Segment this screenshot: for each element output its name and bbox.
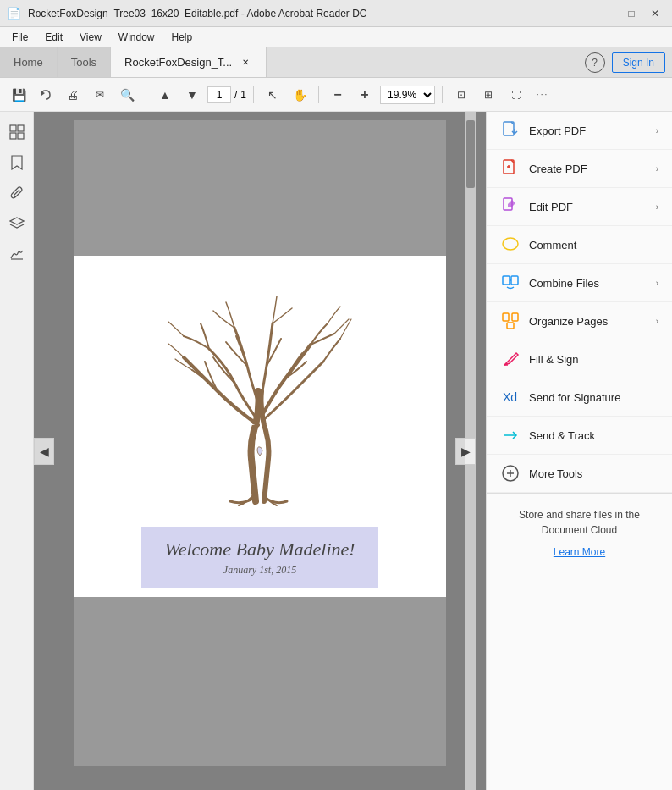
more-tools-icon (500, 463, 521, 483)
send-track-label: Send & Track (529, 429, 658, 442)
page-nav: / 1 (207, 86, 246, 103)
prev-page-button[interactable]: ▲ (153, 83, 177, 107)
tabbar: Home Tools RocketFoxDesign_T... ✕ ? Sign… (0, 47, 672, 78)
organize-pages-icon (500, 311, 521, 331)
hand-tool[interactable]: ✋ (288, 83, 311, 107)
save-button[interactable]: 💾 (7, 83, 30, 107)
left-sidebar (0, 112, 34, 790)
banner-title: Welcome Baby Madeline! (158, 539, 361, 561)
window-title: RocketFoxDesign_Tree03_16x20_Editable.pd… (28, 8, 366, 19)
right-panel: Export PDF › Create PDF › (486, 112, 672, 790)
edit-pdf-item[interactable]: Edit PDF › (487, 188, 672, 226)
menu-file[interactable]: File (3, 27, 36, 47)
maximize-button[interactable]: □ (621, 3, 642, 24)
minimize-button[interactable]: — (598, 3, 618, 24)
signature-tool[interactable] (3, 240, 30, 268)
organize-pages-item[interactable]: Organize Pages › (487, 302, 672, 340)
cursor-tool[interactable]: ↖ (261, 83, 284, 107)
print-button[interactable]: 🖨 (61, 83, 85, 107)
signin-button[interactable]: Sign In (612, 52, 665, 73)
svg-point-12 (503, 238, 518, 250)
close-button[interactable]: ✕ (645, 3, 665, 24)
learn-more-link[interactable]: Learn More (500, 544, 658, 560)
edit-pdf-label: Edit PDF (529, 201, 647, 213)
next-page-nav[interactable]: ▶ (455, 438, 476, 465)
zoom-select[interactable]: 19.9% 25% 50% 75% 100% (380, 86, 435, 104)
tab-close-button[interactable]: ✕ (239, 56, 252, 69)
next-page-button[interactable]: ▼ (180, 83, 204, 107)
undo-button[interactable] (34, 83, 58, 107)
separator-1 (146, 86, 146, 103)
svg-rect-14 (511, 276, 518, 285)
page-scroll[interactable]: Welcome Baby Madeline! January 1st, 2015 (34, 112, 486, 790)
separator-4 (442, 86, 443, 103)
pdf-page-content: Welcome Baby Madeline! January 1st, 2015 (74, 256, 446, 597)
zoom-in-button[interactable]: + (353, 83, 377, 107)
menu-help[interactable]: Help (163, 27, 201, 47)
banner-date: January 1st, 2015 (158, 564, 361, 577)
svg-rect-4 (18, 133, 24, 139)
more-tools-button[interactable]: ··· (531, 83, 554, 107)
combine-files-icon (500, 273, 521, 293)
combine-files-label: Combine Files (529, 277, 647, 290)
fullscreen-button[interactable]: ⛶ (504, 83, 527, 107)
export-pdf-icon (500, 120, 521, 141)
fill-sign-icon (500, 349, 521, 369)
create-pdf-icon (500, 158, 521, 179)
scrollbar-thumb[interactable] (466, 120, 475, 188)
svg-rect-17 (507, 323, 514, 329)
more-tools-item[interactable]: More Tools (487, 455, 672, 493)
more-tools-label: More Tools (529, 467, 658, 480)
pdf-viewer: ◀ ▶ (34, 112, 486, 790)
email-button[interactable]: ✉ (88, 83, 112, 107)
zoom-out-button[interactable]: − (326, 83, 350, 107)
organize-pages-chevron: › (656, 317, 658, 326)
create-pdf-label: Create PDF (529, 163, 647, 175)
combine-files-item[interactable]: Combine Files › (487, 264, 672, 302)
tab-home[interactable]: Home (0, 47, 58, 77)
organize-pages-label: Organize Pages (529, 315, 647, 328)
layers-tool[interactable] (3, 210, 30, 237)
edit-pdf-icon (500, 196, 521, 217)
export-pdf-chevron: › (656, 126, 658, 135)
tree-illustration (82, 264, 438, 518)
main-area: ◀ ▶ (0, 112, 672, 790)
menu-edit[interactable]: Edit (36, 27, 71, 47)
svg-rect-15 (503, 313, 509, 321)
svg-rect-2 (18, 125, 24, 131)
footer-text: Store and share files in theDocument Clo… (519, 509, 640, 536)
svg-rect-3 (10, 133, 16, 139)
send-signature-icon: Xd (500, 387, 521, 407)
welcome-banner: Welcome Baby Madeline! January 1st, 2015 (141, 527, 378, 588)
bookmarks-tool[interactable] (3, 149, 30, 176)
app-icon: 📄 (7, 7, 21, 20)
send-signature-item[interactable]: Xd Send for Signature (487, 378, 672, 417)
fit-width-button[interactable]: ⊞ (476, 83, 500, 107)
create-pdf-chevron: › (656, 164, 658, 174)
titlebar: 📄 RocketFoxDesign_Tree03_16x20_Editable.… (0, 0, 672, 27)
fit-page-button[interactable]: ⊡ (449, 83, 473, 107)
comment-item[interactable]: Comment (487, 226, 672, 264)
help-button[interactable]: ? (585, 52, 605, 73)
create-pdf-item[interactable]: Create PDF › (487, 150, 672, 188)
svg-rect-16 (512, 313, 518, 321)
send-track-item[interactable]: Send & Track (487, 417, 672, 455)
menu-window[interactable]: Window (110, 27, 163, 47)
svg-rect-6 (504, 122, 514, 135)
page-sep: / (234, 89, 237, 101)
tab-document[interactable]: RocketFoxDesign_T... ✕ (111, 47, 267, 77)
pdf-bottom-gray (74, 597, 446, 766)
export-pdf-item[interactable]: Export PDF › (487, 112, 672, 150)
comment-label: Comment (529, 239, 658, 251)
attachments-tool[interactable] (3, 180, 30, 207)
prev-page-nav[interactable]: ◀ (34, 438, 54, 465)
thumbnails-tool[interactable] (3, 119, 30, 146)
fill-sign-item[interactable]: Fill & Sign (487, 340, 672, 378)
tab-tools[interactable]: Tools (58, 47, 111, 77)
menu-view[interactable]: View (71, 27, 110, 47)
send-signature-label: Send for Signature (529, 391, 658, 404)
search-button[interactable]: 🔍 (115, 83, 139, 107)
edit-pdf-chevron: › (656, 202, 658, 212)
svg-rect-13 (503, 276, 510, 285)
page-input[interactable] (207, 86, 231, 103)
